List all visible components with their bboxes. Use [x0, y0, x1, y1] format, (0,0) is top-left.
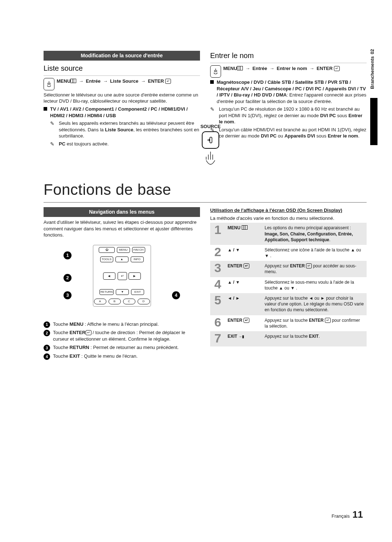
step-number: 1 [210, 223, 225, 245]
callout-4: 4 [172, 291, 180, 299]
chapter-name: Branchements [369, 56, 375, 89]
remote-c: C [123, 299, 135, 304]
step-key: MENU [225, 223, 262, 245]
enter-icon: ↵ [325, 318, 331, 323]
heading-entrer-le-nom: Entrer le nom [210, 51, 367, 61]
step-key: ◄ / ► [225, 293, 262, 315]
menu-path-entrer-nom: MENU → Entrée → Entrer le nom → ENTER ↵ [210, 65, 367, 78]
remote-info: INFO [131, 256, 144, 262]
note-hdmi-dvi: Lorsqu'un câble HDMI/DVI est branché au … [219, 127, 366, 139]
remote-key-legend: Touche MENU : Affiche le menu à l'écran … [44, 321, 200, 360]
osd-subtitle: La méthode d'accès varie en fonction du … [210, 215, 367, 222]
remote-body: ⏻ MENU FAV.CH TOOLS ▲ INFO ◄ ↵ ► [93, 245, 151, 307]
enter-icon: ↵ [165, 79, 171, 84]
remote-down: ▼ [116, 289, 129, 295]
menu-path-text: MENU → Entrée → Entrer le nom → ENTER ↵ [223, 65, 340, 72]
legend-enter: Touche ENTER↵ / touche de direction : Pe… [44, 329, 200, 342]
legend-return: Touche RETURN : Permet de retourner au m… [44, 344, 200, 351]
step-desc: Sélectionnez le sous-menu voulu à l'aide… [262, 277, 367, 293]
remote-dpad: ◄ ↵ ► [100, 265, 144, 287]
footer-lang: Français [332, 513, 350, 519]
menu-icon [242, 225, 248, 230]
inputs-line: TV / AV1 / AV2 / Component1 / Component2… [50, 106, 188, 118]
osd-hand-icon [44, 78, 54, 90]
heading-liste-source: Liste source [44, 63, 200, 73]
step-desc: Appuyez sur ENTER ↵ pour accéder au sous… [262, 261, 367, 277]
enter-icon: ↵ [334, 66, 340, 71]
heading-fonctions-de-base: Fonctions de base [44, 181, 367, 198]
inputs-list: TV / AV1 / AV2 / Component1 / Component2… [44, 106, 200, 147]
remote-d: D [138, 299, 150, 304]
step-number: 7 [210, 331, 225, 346]
remote-exit: EXIT [131, 289, 144, 295]
table-row: 4 ▲ / ▼ Sélectionnez le sous-menu voulu … [210, 277, 367, 293]
step-desc: Appuyez sur la touche EXIT. [262, 331, 367, 346]
remote-b: B [109, 299, 121, 304]
note-pc-always: PC est toujours activée. [59, 141, 109, 147]
table-row: 1 MENU Les options du menu principal app… [210, 223, 367, 245]
remote-favch: FAV.CH [132, 247, 145, 253]
remote-left: ◄ [103, 272, 115, 280]
enter-icon: ↵ [86, 330, 91, 335]
step-key: EXIT →▮ [225, 331, 262, 346]
step-number: 4 [210, 277, 225, 293]
pointing-hand-icon [203, 150, 218, 168]
step-number: 2 [210, 245, 225, 261]
step-key: ▲ / ▼ [225, 245, 262, 261]
header-navigation: Navigation dans les menus [44, 207, 200, 217]
step-desc: Appuyez sur la touche ◄ ou ► pour choisi… [262, 293, 367, 315]
enter-icon: ↵ [244, 263, 249, 268]
entrer-nom-options: Magnétoscope / DVD / Câble STB / Satelli… [210, 79, 367, 104]
menu-icon [70, 79, 76, 83]
step-number: 3 [210, 261, 225, 277]
osd-heading: Utilisation de l'affichage à l'écran OSD… [210, 207, 367, 214]
step-number: 6 [210, 315, 225, 331]
menu-path-text: MENU → Entrée → Liste Source → ENTER ↵ [57, 78, 171, 85]
remote-diagram: 1 2 3 4 ⏻ MENU FAV.CH TOOLS ▲ INFO [44, 245, 200, 317]
device-type-options: Magnétoscope / DVD / Câble STB / Satelli… [217, 79, 366, 104]
entrer-nom-notes: ✎ Lorsqu'un PC de résolution de 1920 x 1… [210, 106, 367, 139]
remote-enter: ↵ [118, 272, 127, 280]
legend-menu: Touche MENU : Affiche le menu à l'écran … [44, 321, 200, 328]
enter-icon: ↵ [306, 263, 312, 268]
legend-exit: Touche EXIT : Quitte le menu de l'écran. [44, 353, 200, 360]
step-desc: Les options du menu principal apparaisse… [262, 223, 367, 245]
note-connected: Seuls les appareils externes branchés au… [59, 120, 199, 139]
callout-2: 2 [64, 274, 72, 282]
remote-menu: MENU [117, 247, 130, 253]
inputs-notes: ✎ Seuls les appareils externes branchés … [50, 120, 200, 147]
osd-hand-icon [210, 65, 221, 78]
note-icon: ✎ [210, 127, 215, 134]
step-key: ENTER ↵ [225, 315, 262, 331]
chapter-tab: 02 Branchements [367, 49, 377, 91]
menu-path-liste-source: MENU → Entrée → Liste Source → ENTER ↵ [44, 78, 200, 90]
table-row: 2 ▲ / ▼ Sélectionnez une icône à l'aide … [210, 245, 367, 261]
remote-up: ▲ [115, 256, 128, 262]
page-number: 11 [352, 509, 363, 520]
enter-icon: ↵ [244, 318, 249, 323]
table-row: 7 EXIT →▮ Appuyez sur la touche EXIT. [210, 331, 367, 346]
menu-icon [237, 66, 243, 70]
note-icon: ✎ [210, 106, 215, 113]
manual-page: 02 Branchements Modification de la sourc… [0, 0, 392, 542]
edge-marker [370, 98, 377, 145]
page-footer: Français 11 [332, 509, 363, 520]
table-row: 5 ◄ / ► Appuyez sur la touche ◄ ou ► pou… [210, 293, 367, 315]
step-desc: Sélectionnez une icône à l'aide de la to… [262, 245, 367, 261]
note-icon: ✎ [50, 120, 54, 127]
step-key: ENTER ↵ [225, 261, 262, 277]
liste-source-intro: Sélectionner le téléviseur ou une autre … [44, 92, 200, 104]
remote-a: A [94, 299, 106, 304]
remote-right: ► [128, 272, 141, 280]
nav-intro: Avant d'utiliser le téléviseur, suivez l… [44, 219, 200, 238]
header-source-change: Modification de la source d'entrée [44, 51, 200, 61]
note-icon: ✎ [50, 141, 54, 148]
step-key: ▲ / ▼ [225, 277, 262, 293]
remote-tools: TOOLS [100, 256, 113, 262]
note-hdmi-pc: Lorsqu'un PC de résolution de 1920 x 108… [219, 106, 362, 124]
table-row: 6 ENTER ↵ Appuyez sur la touche ENTER ↵ … [210, 315, 367, 331]
remote-return: RETURN [99, 289, 114, 295]
callout-1: 1 [64, 251, 72, 259]
osd-steps-table: 1 MENU Les options du menu principal app… [210, 223, 367, 346]
remote-power: ⏻ [99, 247, 115, 253]
